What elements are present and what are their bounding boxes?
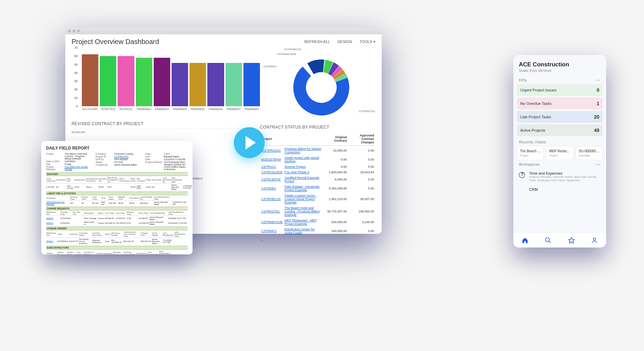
- kpis-label: KPIs: [519, 78, 527, 82]
- dfr-section-change: CHANGE REQUESTS: [46, 207, 188, 210]
- dfr-section-orders: CHANGE ORDERS: [46, 227, 188, 230]
- table-row: CSTRASLDEMFox Hole Phase II1,803,084.592…: [261, 170, 375, 175]
- project-code-link[interactable]: CSTRMFG: [261, 229, 277, 233]
- bar[interactable]: [172, 63, 188, 106]
- y-tick: 20: [74, 88, 78, 91]
- home-icon[interactable]: [522, 237, 528, 244]
- dashboard-header: Project Overview Dashboard REFRESH ALL D…: [65, 34, 382, 48]
- kpi-item[interactable]: Urgent Project Issues0: [517, 84, 603, 96]
- project-desc-link[interactable]: Certified Payroll Example Project: [285, 176, 319, 183]
- project-desc-link[interactable]: Summit Project: [285, 165, 306, 168]
- bar[interactable]: [118, 56, 134, 106]
- bar[interactable]: [154, 58, 170, 106]
- table-row: CSTRACCSummit Project0.000.00: [261, 164, 375, 169]
- project-desc-link[interactable]: month project with period tracking: [285, 156, 319, 163]
- contract-status-title: CONTRACT STATUS BY PROJECT: [260, 125, 375, 130]
- bar[interactable]: [207, 63, 224, 106]
- recent-card[interactable]: MEP Restaurant -…Project: [546, 146, 573, 160]
- mobile-app-card: ACE Construction Snake Eyes Services KPI…: [513, 55, 606, 248]
- svg-point-8: [546, 238, 550, 242]
- bar-x-label: PR00000024: [136, 108, 152, 110]
- workspace-item[interactable]: CRM: [513, 185, 606, 198]
- search-icon[interactable]: [545, 237, 552, 244]
- kpi-item[interactable]: My Overdue Tasks1: [517, 98, 603, 109]
- th-approved: Approved Contract Changes: [348, 132, 375, 146]
- project-code-link[interactable]: CSTRMEPJOB: [261, 220, 283, 224]
- y-tick: 30: [74, 79, 78, 83]
- bar[interactable]: [243, 63, 260, 106]
- donut-label: CSTRHBCUS: [284, 48, 301, 51]
- bar[interactable]: [226, 63, 242, 106]
- mobile-title: ACE Construction: [519, 61, 601, 68]
- project-code-link[interactable]: CSTRACC: [261, 165, 276, 168]
- svg-marker-10: [568, 237, 574, 243]
- traffic-close[interactable]: [68, 30, 71, 32]
- kpi-item[interactable]: Active Projects49: [517, 124, 603, 136]
- project-desc-link[interactable]: Distribution Center for Acme Foods: [285, 228, 315, 234]
- project-code-link[interactable]: 2017PROG01: [261, 149, 281, 152]
- table-row: CSTRDEVPalm Estates - Developer Project …: [261, 184, 375, 193]
- project-code-link[interactable]: CSTRHOTEL: [261, 210, 280, 213]
- kpi-item[interactable]: Late Project Tasks20: [517, 111, 603, 123]
- bar-x-label: MULTICURR1: [82, 108, 98, 110]
- tools-dropdown[interactable]: TOOLS ▾: [360, 40, 375, 44]
- daily-field-report: DAILY FIELD REPORT ProjectThe Beach Hote…: [41, 141, 193, 254]
- bar[interactable]: [82, 54, 98, 106]
- profile-icon[interactable]: [591, 237, 598, 244]
- bar[interactable]: [136, 58, 152, 106]
- recent-label: Recently Visited: [519, 140, 546, 144]
- traffic-min[interactable]: [73, 30, 75, 32]
- project-desc-link[interactable]: Flagler Custom Home - Custom Home Projec…: [285, 194, 317, 204]
- stopwatch-icon: [518, 187, 526, 195]
- project-desc-link[interactable]: Progress Billing for Widget Connection: [285, 147, 321, 154]
- project-desc-link[interactable]: Fox Hole Phase II: [285, 171, 309, 174]
- dfr-section-labor: LABOR TIME & ACTIVITIES: [46, 191, 188, 195]
- bar[interactable]: [100, 56, 116, 106]
- workspaces-label: Workspaces: [519, 162, 539, 166]
- refresh-all-button[interactable]: REFRESH ALL: [304, 40, 330, 44]
- workspaces-more-icon[interactable]: •••: [596, 162, 601, 166]
- design-button[interactable]: DESIGN: [338, 40, 352, 44]
- dfr-section-weather: WEATHER: [46, 172, 188, 176]
- bar-x-label: INTMKT2018: [100, 108, 116, 110]
- project-desc-link[interactable]: MEP Restaurant - MEP Project Example: [285, 219, 317, 226]
- project-desc-link[interactable]: Palm Estates - Developer Project Example: [285, 185, 320, 192]
- bar-x-label: REVREC02: [118, 108, 134, 110]
- play-icon: [245, 136, 256, 150]
- traffic-max[interactable]: [77, 30, 80, 32]
- add-row-button[interactable]: +: [260, 237, 375, 243]
- page-title: Project Overview Dashboard: [72, 38, 159, 46]
- kpis-more-icon[interactable]: •••: [596, 78, 601, 82]
- project-code-link[interactable]: CSTRASLDEM: [261, 171, 283, 174]
- window-titlebar: [65, 28, 382, 34]
- svg-line-9: [549, 241, 551, 243]
- workspace-item[interactable]: Time and ExpensesExpense Receipts, Expen…: [513, 168, 606, 185]
- project-code-link[interactable]: CSTRCERTIF: [261, 178, 281, 181]
- th-orig: Original Contract: [324, 132, 347, 146]
- play-video-button[interactable]: [234, 127, 265, 158]
- bar-x-label: PR00000034: [207, 108, 224, 110]
- stopwatch-icon: [518, 171, 526, 179]
- recent-card[interactable]: The Beach Hotel and C…Project: [517, 146, 544, 160]
- recent-card[interactable]: SU-000060, CIP ConcSubmittal: [576, 146, 603, 160]
- bar-x-label: PR00000031: [189, 108, 206, 110]
- star-icon[interactable]: [568, 237, 575, 244]
- project-desc-link[interactable]: The Beach Hotel and Condos - Progress Bi…: [285, 206, 320, 217]
- table-row: CSTRHOTELThe Beach Hotel and Condos - Pr…: [261, 206, 375, 217]
- bar-x-label: PR00000025: [172, 108, 188, 110]
- table-row: CSTRMEPJOBMEP Restaurant - MEP Project E…: [261, 218, 375, 226]
- project-code-link[interactable]: CSTRDEV: [261, 187, 276, 190]
- project-code-link[interactable]: CSTRHBCUS: [261, 197, 281, 201]
- th-desc: [284, 132, 324, 146]
- y-tick: 60: [74, 54, 78, 58]
- bar-chart: 010203040506070 MULTICURR1INTMKT2018REVR…: [72, 48, 260, 117]
- table-row: CSTRCERTIFCertified Payroll Example Proj…: [261, 175, 375, 184]
- y-tick: 40: [74, 71, 78, 75]
- bar[interactable]: [189, 63, 206, 106]
- dfr-title: DAILY FIELD REPORT: [46, 146, 188, 151]
- y-tick: 10: [74, 96, 78, 100]
- dashboard-tools: REFRESH ALL DESIGN TOOLS ▾: [304, 40, 375, 44]
- table-row: 2017PROG01Progress Billing for Widget Co…: [261, 146, 375, 155]
- project-code-link[interactable]: BUDGETBYM: [261, 158, 281, 161]
- dfr-section-sub: SUBCONTRACTORS: [46, 246, 188, 250]
